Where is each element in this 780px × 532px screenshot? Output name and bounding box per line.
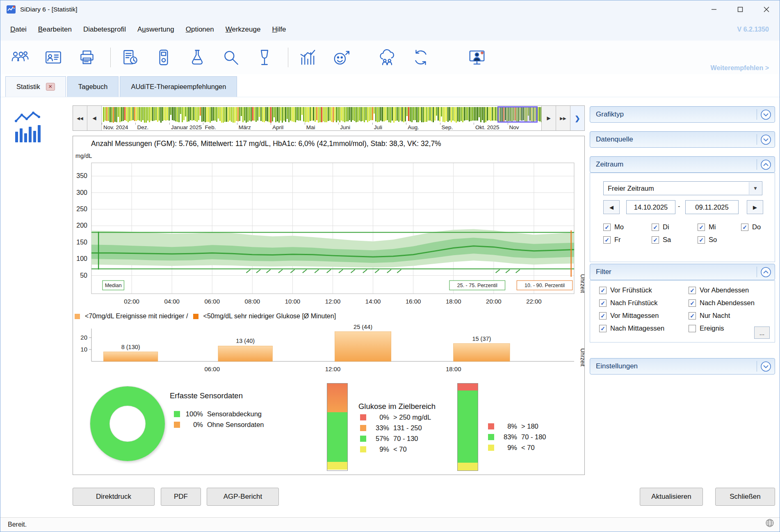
timeline-last-button[interactable]: ▶▶ [556, 106, 570, 130]
patients-icon[interactable] [8, 46, 32, 69]
weekday-fr[interactable]: ✓Fr [603, 236, 652, 244]
chevron-down-icon[interactable] [760, 361, 771, 372]
filter-nach-frühstück[interactable]: ✓Nach Frühstück [599, 299, 664, 307]
svg-text:06:00: 06:00 [204, 365, 220, 372]
maximize-button[interactable] [727, 0, 753, 18]
checkbox[interactable]: ✓ [603, 224, 611, 231]
wellbeing-icon[interactable] [329, 46, 353, 69]
date-from-input[interactable]: 14.10.2025 [626, 200, 675, 214]
checkbox[interactable]: ✓ [652, 236, 659, 244]
panel-zeitraum-header[interactable]: Zeitraum [590, 156, 775, 173]
svg-text:18:00: 18:00 [446, 365, 461, 372]
chevron-down-icon[interactable] [760, 109, 771, 120]
sync-icon[interactable] [409, 46, 433, 69]
menu-bearbeiten[interactable]: Bearbeiten [32, 23, 78, 36]
svg-text:12:00: 12:00 [325, 365, 341, 372]
aktualisieren-button[interactable]: Aktualisieren [640, 488, 703, 506]
filter-ereignis[interactable]: Ereignis [689, 324, 755, 332]
filter-nach-abendessen[interactable]: ✓Nach Abendessen [689, 299, 755, 307]
date-back-button[interactable]: ◀ [603, 200, 620, 214]
timeline-selection[interactable] [497, 106, 538, 123]
tab-tagebuch[interactable]: Tagebuch [67, 76, 119, 97]
timeline-month-label: Januar 2025 [171, 124, 202, 130]
telemedicine-icon[interactable] [465, 46, 489, 69]
zeitraum-type-select[interactable]: Freier Zeitraum ▼ [603, 181, 762, 195]
chevron-down-icon[interactable] [760, 134, 771, 145]
checkbox[interactable]: ✓ [698, 224, 705, 231]
panel-title: Filter [596, 268, 611, 276]
weekday-mo[interactable]: ✓Mo [603, 223, 652, 231]
menu-hilfe[interactable]: Hilfe [266, 23, 292, 36]
close-button[interactable] [753, 0, 780, 18]
timeline-first-button[interactable]: ◀◀ [73, 106, 87, 130]
filter-vor-mittagessen[interactable]: ✓Vor Mittagessen [599, 312, 664, 320]
panel-einstellungen-header[interactable]: Einstellungen [590, 358, 775, 374]
menu-optionen[interactable]: Optionen [180, 23, 220, 36]
date-to-input[interactable]: 09.11.2025 [685, 200, 739, 214]
schliessen-button[interactable]: Schließen [715, 488, 775, 506]
panel-title: Zeitraum [596, 160, 623, 169]
filter-nur-nacht[interactable]: ✓Nur Nacht [689, 312, 755, 320]
lab-icon[interactable] [185, 46, 209, 69]
menu-werkzeuge[interactable]: Werkzeuge [220, 23, 267, 36]
filter-vor-abendessen[interactable]: ✓Vor Abendessen [689, 286, 755, 294]
checkbox[interactable]: ✓ [698, 236, 705, 244]
checkbox[interactable]: ✓ [741, 224, 748, 231]
checkbox[interactable]: ✓ [689, 312, 696, 320]
agp-bericht-button[interactable]: AGP-Bericht [207, 488, 279, 506]
timeline-prev-button[interactable]: ◀ [87, 106, 102, 130]
timeline-next-button[interactable]: ▶ [541, 106, 556, 130]
glass-icon[interactable] [253, 46, 276, 69]
panel-grafiktyp-header[interactable]: Grafiktyp [590, 106, 775, 123]
patient-card-icon[interactable] [41, 46, 65, 69]
timeline-forward-button[interactable]: ❯ [570, 106, 584, 130]
close-tab-icon[interactable]: ✕ [46, 83, 55, 90]
weekday-mi[interactable]: ✓Mi [698, 223, 741, 231]
checkbox[interactable]: ✓ [599, 312, 607, 320]
date-forward-button[interactable]: ▶ [747, 200, 763, 214]
weekday-di[interactable]: ✓Di [652, 223, 698, 231]
checkbox-label: Mi [709, 223, 716, 231]
panel-title: Grafiktyp [596, 110, 624, 119]
checkbox[interactable] [689, 325, 696, 332]
checkbox[interactable]: ✓ [599, 325, 607, 332]
legend-swatch [488, 445, 494, 451]
filter-more-button[interactable]: ... [754, 327, 770, 339]
timeline-month-label: März [239, 124, 251, 130]
checkbox[interactable]: ✓ [599, 287, 607, 294]
device-icon[interactable] [152, 46, 176, 69]
chevron-down-icon[interactable]: ▼ [749, 182, 762, 194]
menu-diabetesprofil[interactable]: Diabetesprofil [78, 23, 132, 36]
panel-filter-header[interactable]: Filter [590, 264, 775, 280]
status-bar: Bereit. [0, 517, 780, 532]
tab-statistik[interactable]: Statistik✕ [5, 76, 66, 97]
panel-datenquelle-header[interactable]: Datenquelle [590, 131, 775, 148]
menu-auswertung[interactable]: Auswertung [132, 23, 180, 36]
filter-nach-mittagessen[interactable]: ✓Nach Mittagessen [599, 324, 664, 332]
checkbox[interactable]: ✓ [689, 299, 696, 307]
checkbox[interactable]: ✓ [603, 236, 611, 244]
weekday-do[interactable]: ✓Do [741, 223, 767, 231]
statistics-icon[interactable] [296, 46, 319, 69]
checkbox[interactable]: ✓ [689, 287, 696, 294]
timeline-strip[interactable]: Nov. 2024Dez.Januar 2025Feb.MärzAprilMai… [102, 106, 541, 130]
tab-audite-therapieempfehlungen[interactable]: AUdiTE-Therapieempfehlungen [120, 76, 237, 97]
chevron-up-icon[interactable] [760, 267, 771, 278]
chevron-up-icon[interactable] [760, 159, 771, 170]
weekday-sa[interactable]: ✓Sa [652, 236, 698, 244]
online-icon[interactable] [375, 46, 399, 69]
direktdruck-button[interactable]: Direktdruck [73, 488, 155, 506]
pdf-button[interactable]: PDF [161, 488, 201, 506]
weekday-so[interactable]: ✓So [698, 236, 741, 244]
timeline-month-label: Mai [306, 124, 315, 130]
logbook-icon[interactable] [118, 46, 142, 69]
menu-datei[interactable]: Datei [5, 23, 32, 36]
status-text: Bereit. [8, 521, 27, 528]
search-icon[interactable] [219, 46, 243, 69]
checkbox[interactable]: ✓ [652, 224, 659, 231]
checkbox[interactable]: ✓ [599, 299, 607, 307]
weiterempfehlen-link[interactable]: Weiterempfehlen > [711, 64, 769, 72]
filter-vor-frühstück[interactable]: ✓Vor Frühstück [599, 286, 664, 294]
print-icon[interactable] [75, 46, 99, 69]
minimize-button[interactable] [701, 0, 727, 18]
